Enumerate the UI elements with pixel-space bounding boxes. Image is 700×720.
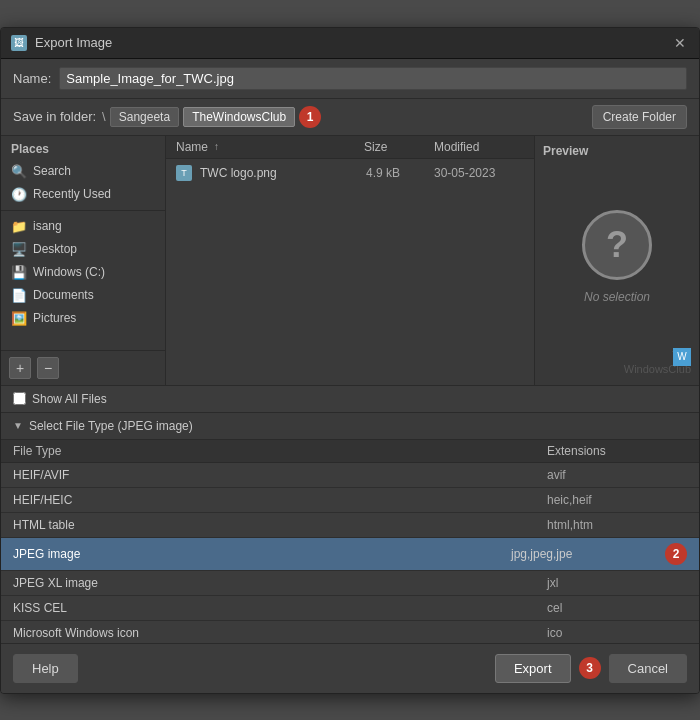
places-list: 🔍 Search 🕐 Recently Used 📁 isang 🖥️ xyxy=(1,160,165,350)
file-name: TWC logo.png xyxy=(200,166,358,180)
places-bottom: + − xyxy=(1,350,165,385)
places-divider xyxy=(1,210,165,211)
ft-ext: jxl xyxy=(547,576,687,590)
desktop-icon: 🖥️ xyxy=(11,242,27,257)
file-panel: Name ↑ Size Modified T TWC logo.png 4.9 … xyxy=(166,136,534,385)
preview-area: ? No selection xyxy=(582,166,652,348)
name-row: Name: xyxy=(1,59,699,99)
file-modified: 30-05-2023 xyxy=(434,166,524,180)
drive-icon: 💾 xyxy=(11,265,27,280)
badge-2: 2 xyxy=(665,543,687,565)
sidebar-item-windows-c-label: Windows (C:) xyxy=(33,265,105,279)
ft-item-jpeg-xl[interactable]: JPEG XL image jxl xyxy=(1,571,699,596)
close-button[interactable]: ✕ xyxy=(671,34,689,52)
file-type-header[interactable]: ▼ Select File Type (JPEG image) xyxy=(1,413,699,440)
file-type-name-col-header: File Type xyxy=(13,444,537,458)
file-modified-column-header[interactable]: Modified xyxy=(434,140,524,154)
show-all-files-checkbox[interactable] xyxy=(13,392,26,405)
sidebar-item-recently-used-label: Recently Used xyxy=(33,187,111,201)
file-size: 4.9 kB xyxy=(366,166,426,180)
preview-panel: Preview ? No selection W The WindowsClub xyxy=(534,136,699,385)
file-size-column-header[interactable]: Size xyxy=(364,140,424,154)
sidebar-item-documents-label: Documents xyxy=(33,288,94,302)
ft-name: JPEG XL image xyxy=(13,576,537,590)
ft-name: Microsoft Windows icon xyxy=(13,626,537,640)
preview-no-selection: No selection xyxy=(584,290,650,304)
file-type-table-header: File Type Extensions xyxy=(1,440,699,463)
sidebar-item-windows-c[interactable]: 💾 Windows (C:) xyxy=(1,261,165,284)
clock-icon: 🕐 xyxy=(11,187,27,202)
path-sangeeta[interactable]: Sangeeta xyxy=(110,107,179,127)
file-type-list: HEIF/AVIF avif HEIF/HEIC heic,heif HTML … xyxy=(1,463,699,643)
file-item[interactable]: T TWC logo.png 4.9 kB 30-05-2023 xyxy=(166,161,534,185)
show-all-files-label[interactable]: Show All Files xyxy=(13,392,107,406)
sidebar-item-search[interactable]: 🔍 Search xyxy=(1,160,165,183)
ft-item-heif-avif[interactable]: HEIF/AVIF avif xyxy=(1,463,699,488)
sidebar-item-isang[interactable]: 📁 isang xyxy=(1,215,165,238)
cancel-button[interactable]: Cancel xyxy=(609,654,687,683)
places-header: Places xyxy=(1,136,165,160)
ft-name: KISS CEL xyxy=(13,601,537,615)
sidebar-item-search-label: Search xyxy=(33,164,71,178)
ft-ext: heic,heif xyxy=(547,493,687,507)
pictures-icon: 🖼️ xyxy=(11,311,27,326)
sidebar-item-recently-used[interactable]: 🕐 Recently Used xyxy=(1,183,165,206)
ft-ext: jpg,jpeg,jpe xyxy=(511,547,651,561)
name-label: Name: xyxy=(13,71,51,86)
path-thewindowsclub[interactable]: TheWindowsClub xyxy=(183,107,295,127)
bottom-bar: Help Export 3 Cancel xyxy=(1,644,699,693)
sidebar-item-pictures[interactable]: 🖼️ Pictures xyxy=(1,307,165,330)
remove-place-button[interactable]: − xyxy=(37,357,59,379)
folder-icon: 📁 xyxy=(11,219,27,234)
search-icon: 🔍 xyxy=(11,164,27,179)
sidebar-item-documents[interactable]: 📄 Documents xyxy=(1,284,165,307)
file-list-header: Name ↑ Size Modified xyxy=(166,136,534,159)
watermark-badge: W xyxy=(673,348,691,366)
create-folder-button[interactable]: Create Folder xyxy=(592,105,687,129)
ft-name: JPEG image xyxy=(13,547,501,561)
ft-name: HTML table xyxy=(13,518,537,532)
preview-header: Preview xyxy=(543,144,588,158)
document-icon: 📄 xyxy=(11,288,27,303)
ft-ext: avif xyxy=(547,468,687,482)
ft-ext: ico xyxy=(547,626,687,640)
badge-1: 1 xyxy=(299,106,321,128)
bottom-right: Export 3 Cancel xyxy=(495,654,687,683)
ft-name: HEIF/AVIF xyxy=(13,468,537,482)
export-button[interactable]: Export xyxy=(495,654,571,683)
help-button[interactable]: Help xyxy=(13,654,78,683)
sidebar-item-desktop[interactable]: 🖥️ Desktop xyxy=(1,238,165,261)
options-row: Show All Files xyxy=(1,386,699,413)
sidebar-item-isang-label: isang xyxy=(33,219,62,233)
main-area: Places 🔍 Search 🕐 Recently Used 📁 isang xyxy=(1,136,699,386)
sort-arrow: ↑ xyxy=(214,141,219,152)
preview-question-mark: ? xyxy=(582,210,652,280)
ft-item-ms-icon[interactable]: Microsoft Windows icon ico xyxy=(1,621,699,643)
sidebar-item-pictures-label: Pictures xyxy=(33,311,76,325)
file-type-header-label: Select File Type (JPEG image) xyxy=(29,419,193,433)
add-place-button[interactable]: + xyxy=(9,357,31,379)
filename-input[interactable] xyxy=(59,67,687,90)
collapse-icon: ▼ xyxy=(13,420,23,431)
badge-3: 3 xyxy=(579,657,601,679)
dialog-icon: 🖼 xyxy=(11,35,27,51)
sidebar-item-desktop-label: Desktop xyxy=(33,242,77,256)
dialog-title: Export Image xyxy=(35,35,663,50)
title-bar: 🖼 Export Image ✕ xyxy=(1,28,699,59)
export-image-dialog: 🖼 Export Image ✕ Name: Save in folder: \… xyxy=(0,27,700,694)
ft-item-kiss-cel[interactable]: KISS CEL cel xyxy=(1,596,699,621)
ft-item-html-table[interactable]: HTML table html,htm xyxy=(1,513,699,538)
folder-label: Save in folder: xyxy=(13,109,96,124)
watermark-text: The WindowsClub xyxy=(543,348,691,377)
ft-ext: html,htm xyxy=(547,518,687,532)
ft-item-jpeg-image[interactable]: JPEG image jpg,jpeg,jpe 2 xyxy=(1,538,699,571)
file-name-column-header[interactable]: Name ↑ xyxy=(176,140,354,154)
ft-ext: cel xyxy=(547,601,687,615)
file-thumbnail: T xyxy=(176,165,192,181)
file-type-ext-col-header: Extensions xyxy=(547,444,687,458)
ft-item-heif-heic[interactable]: HEIF/HEIC heic,heif xyxy=(1,488,699,513)
places-panel: Places 🔍 Search 🕐 Recently Used 📁 isang xyxy=(1,136,166,385)
file-list: T TWC logo.png 4.9 kB 30-05-2023 xyxy=(166,159,534,385)
ft-name: HEIF/HEIC xyxy=(13,493,537,507)
watermark: W The WindowsClub xyxy=(543,348,691,377)
